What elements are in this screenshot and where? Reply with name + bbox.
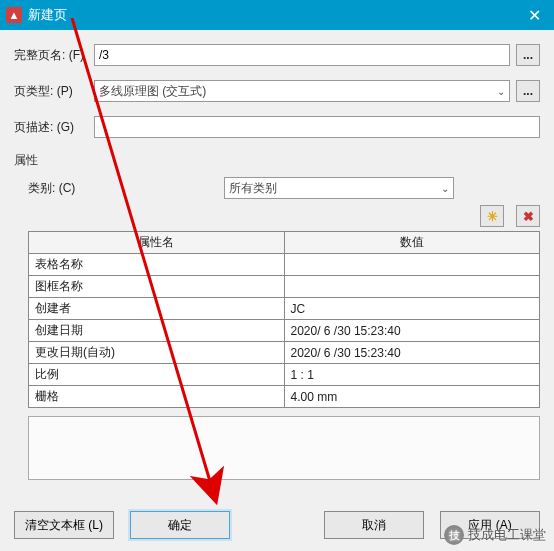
fullname-input[interactable] xyxy=(94,44,510,66)
prop-name-cell: 创建日期 xyxy=(29,320,285,342)
dialog-window: ▲ 新建页 ✕ 完整页名: (F) ... 页类型: (P) 多线原理图 (交互… xyxy=(0,0,554,551)
prop-value-cell[interactable]: JC xyxy=(284,298,540,320)
prop-value-cell[interactable] xyxy=(284,254,540,276)
prop-value-cell[interactable]: 4.00 mm xyxy=(284,386,540,408)
fullname-row: 完整页名: (F) ... xyxy=(14,44,540,66)
clear-button[interactable]: 清空文本框 (L) xyxy=(14,511,114,539)
table-row[interactable]: 图框名称 xyxy=(29,276,540,298)
ok-button[interactable]: 确定 xyxy=(130,511,230,539)
prop-name-cell: 更改日期(自动) xyxy=(29,342,285,364)
prop-name-cell: 比例 xyxy=(29,364,285,386)
prop-name-cell: 栅格 xyxy=(29,386,285,408)
table-row[interactable]: 创建者JC xyxy=(29,298,540,320)
add-property-button[interactable]: ✳ xyxy=(480,205,504,227)
prop-value-cell[interactable]: 1 : 1 xyxy=(284,364,540,386)
chevron-down-icon: ⌄ xyxy=(497,86,505,97)
close-button[interactable]: ✕ xyxy=(514,0,554,30)
cancel-button[interactable]: 取消 xyxy=(324,511,424,539)
chevron-down-icon: ⌄ xyxy=(441,183,449,194)
fullname-browse-button[interactable]: ... xyxy=(516,44,540,66)
window-title: 新建页 xyxy=(28,6,514,24)
properties-group: 属性 类别: (C) 所有类别 ⌄ ✳ ✖ xyxy=(14,152,540,480)
prop-value-cell[interactable]: 2020/ 6 /30 15:23:40 xyxy=(284,320,540,342)
properties-table: 属性名 数值 表格名称图框名称创建者JC创建日期2020/ 6 /30 15:2… xyxy=(28,231,540,408)
table-row[interactable]: 更改日期(自动)2020/ 6 /30 15:23:40 xyxy=(29,342,540,364)
pagetype-label: 页类型: (P) xyxy=(14,83,94,100)
extra-box[interactable] xyxy=(28,416,540,480)
prop-value-cell[interactable] xyxy=(284,276,540,298)
titlebar: ▲ 新建页 ✕ xyxy=(0,0,554,30)
prop-name-cell: 表格名称 xyxy=(29,254,285,276)
prop-name-cell: 图框名称 xyxy=(29,276,285,298)
prop-value-cell[interactable]: 2020/ 6 /30 15:23:40 xyxy=(284,342,540,364)
pagetype-combo[interactable]: 多线原理图 (交互式) ⌄ xyxy=(94,80,510,102)
table-row[interactable]: 创建日期2020/ 6 /30 15:23:40 xyxy=(29,320,540,342)
pagetype-row: 页类型: (P) 多线原理图 (交互式) ⌄ ... xyxy=(14,80,540,102)
watermark: 技 技成电工课堂 xyxy=(444,525,546,545)
category-value: 所有类别 xyxy=(229,180,277,197)
fullname-label: 完整页名: (F) xyxy=(14,47,94,64)
properties-body: 类别: (C) 所有类别 ⌄ ✳ ✖ 属性名 xyxy=(14,177,540,480)
content-area: 完整页名: (F) ... 页类型: (P) 多线原理图 (交互式) ⌄ ...… xyxy=(0,30,554,480)
pagetype-browse-button[interactable]: ... xyxy=(516,80,540,102)
app-icon: ▲ xyxy=(6,7,22,23)
col-header-name: 属性名 xyxy=(29,232,285,254)
prop-name-cell: 创建者 xyxy=(29,298,285,320)
col-header-value: 数值 xyxy=(284,232,540,254)
watermark-icon: 技 xyxy=(444,525,464,545)
pagetype-value: 多线原理图 (交互式) xyxy=(99,83,206,100)
category-row: 类别: (C) 所有类别 ⌄ xyxy=(28,177,540,199)
desc-label: 页描述: (G) xyxy=(14,119,94,136)
watermark-text: 技成电工课堂 xyxy=(468,526,546,544)
table-row[interactable]: 栅格4.00 mm xyxy=(29,386,540,408)
category-combo[interactable]: 所有类别 ⌄ xyxy=(224,177,454,199)
desc-input[interactable] xyxy=(94,116,540,138)
delete-property-button[interactable]: ✖ xyxy=(516,205,540,227)
category-label: 类别: (C) xyxy=(28,180,94,197)
table-row[interactable]: 比例1 : 1 xyxy=(29,364,540,386)
prop-toolbar: ✳ ✖ xyxy=(28,205,540,227)
table-row[interactable]: 表格名称 xyxy=(29,254,540,276)
desc-row: 页描述: (G) xyxy=(14,116,540,138)
properties-group-title: 属性 xyxy=(14,152,540,169)
